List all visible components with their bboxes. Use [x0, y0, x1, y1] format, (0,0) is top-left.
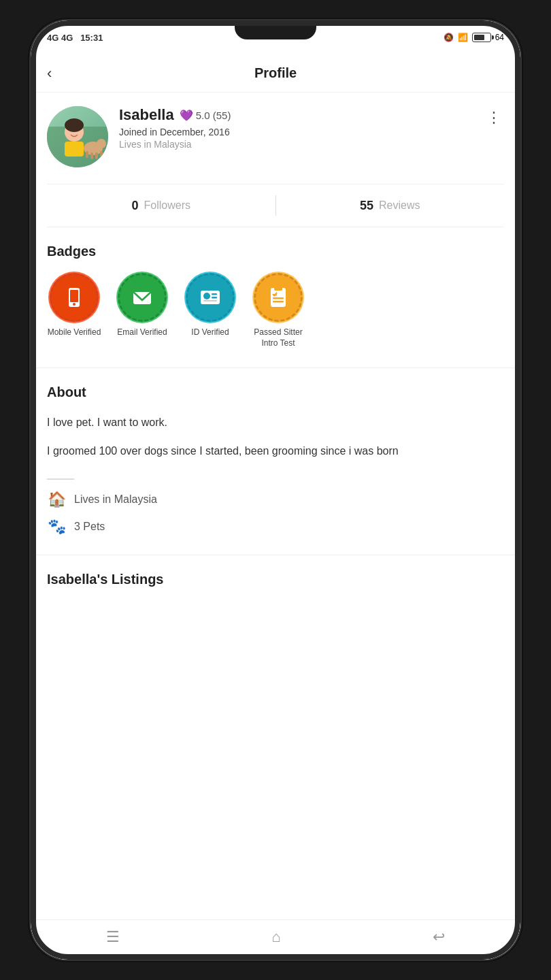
pets-text: 3 Pets: [74, 521, 105, 533]
pets-icon: 🐾: [47, 518, 66, 536]
profile-location: Lives in Malaysia: [119, 139, 504, 150]
badges-section: Badges Mobile Verified: [47, 244, 504, 348]
svg-rect-20: [203, 300, 217, 301]
battery-indicator: [472, 33, 491, 42]
back-button[interactable]: ‹: [47, 65, 52, 82]
name-row: Isabella 💜 5.0 (55): [119, 106, 504, 124]
svg-rect-10: [100, 151, 103, 158]
badge-id-verified: ID Verified: [183, 273, 237, 348]
mobile-verified-label: Mobile Verified: [48, 327, 101, 338]
menu-nav-button[interactable]: ☰: [106, 928, 120, 946]
about-text-1: I love pet. I want to work.: [47, 414, 504, 431]
listings-divider: [31, 555, 520, 555]
mini-divider: [47, 478, 74, 480]
reviews-label: Reviews: [379, 199, 420, 212]
about-divider: [31, 368, 520, 368]
reviews-stat[interactable]: 55 Reviews: [276, 199, 505, 213]
stats-row: 0 Followers 55 Reviews: [47, 184, 504, 227]
mute-icon: 🔕: [444, 33, 454, 42]
profile-section: Isabella 💜 5.0 (55) Joined in December, …: [47, 106, 504, 167]
svg-rect-13: [70, 290, 78, 302]
battery-percent: 64: [495, 33, 504, 42]
heart-icon: 💜: [180, 109, 193, 122]
svg-point-14: [73, 303, 76, 306]
badges-title: Badges: [47, 244, 504, 259]
location-text: Lives in Malaysia: [74, 493, 157, 506]
rating-text: 5.0 (55): [196, 110, 231, 121]
svg-rect-18: [212, 293, 217, 295]
mobile-verified-icon: [50, 273, 99, 322]
more-options-button[interactable]: ⋮: [484, 106, 504, 129]
screen: ‹ Profile: [31, 54, 520, 960]
home-nav-button[interactable]: ⌂: [271, 928, 280, 946]
badge-email-verified: Email Verified: [115, 273, 169, 348]
about-title: About: [47, 385, 504, 400]
svg-point-6: [97, 139, 106, 148]
back-nav-button[interactable]: ↩: [433, 928, 445, 946]
id-verified-label: ID Verified: [191, 327, 229, 338]
page-header: ‹ Profile: [31, 54, 520, 93]
listings-title: Isabella's Listings: [47, 572, 504, 587]
profile-info: Isabella 💜 5.0 (55) Joined in December, …: [119, 106, 504, 150]
bottom-nav: ☰ ⌂ ↩: [31, 919, 520, 960]
badges-grid: Mobile Verified Email Verified: [47, 273, 504, 348]
pets-row: 🐾 3 Pets: [47, 518, 504, 536]
page-title: Profile: [254, 65, 297, 81]
listings-section: Isabella's Listings: [47, 572, 504, 587]
badge-mobile-verified: Mobile Verified: [47, 273, 101, 348]
svg-rect-25: [273, 301, 284, 303]
join-date: Joined in December, 2016: [119, 127, 504, 137]
wifi-icon: 📶: [458, 33, 468, 42]
badge-sitter-intro: Passed Sitter Intro Test: [251, 273, 305, 348]
svg-point-11: [65, 118, 84, 132]
svg-rect-22: [274, 287, 282, 291]
about-section: About I love pet. I want to work. I groo…: [47, 385, 504, 459]
rating-badge: 💜 5.0 (55): [180, 109, 231, 122]
svg-point-17: [203, 293, 210, 299]
svg-rect-8: [90, 152, 93, 159]
sitter-intro-label: Passed Sitter Intro Test: [251, 327, 305, 348]
svg-rect-24: [273, 297, 284, 299]
svg-rect-9: [95, 152, 98, 159]
svg-rect-19: [212, 297, 217, 299]
details-section: 🏠 Lives in Malaysia 🐾 3 Pets: [47, 491, 504, 536]
avatar: [47, 106, 108, 167]
email-verified-label: Email Verified: [117, 327, 167, 338]
home-icon: 🏠: [47, 491, 66, 508]
followers-label: Followers: [144, 199, 190, 212]
svg-rect-4: [65, 142, 84, 157]
about-text-2: I groomed 100 over dogs since I started,…: [47, 442, 504, 460]
email-verified-icon: [118, 273, 167, 322]
reviews-count: 55: [360, 199, 373, 213]
followers-count: 0: [132, 199, 139, 213]
profile-name: Isabella: [119, 106, 174, 124]
id-verified-icon: [186, 273, 235, 322]
svg-rect-7: [86, 151, 88, 158]
content-area: Isabella 💜 5.0 (55) Joined in December, …: [31, 93, 520, 919]
followers-stat[interactable]: 0 Followers: [47, 199, 276, 213]
sitter-intro-icon: [254, 273, 303, 322]
status-network-time: 4G 4G 15:31: [47, 33, 103, 43]
status-icons: 🔕 📶 64: [444, 33, 504, 42]
location-row: 🏠 Lives in Malaysia: [47, 491, 504, 508]
